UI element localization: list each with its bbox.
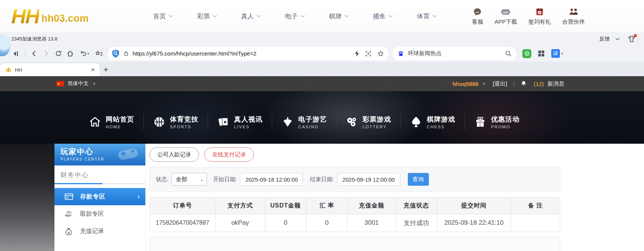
caret-down-icon: ▼ [92, 82, 96, 86]
cell-pay-method: okPay [216, 214, 265, 231]
screenshot-icon[interactable] [365, 50, 372, 57]
caret-down-icon[interactable]: ▼ [482, 82, 486, 86]
main-site-nav: 网站首页HOME 体育竞技SPORTS ♠ 真人视讯LIVES [0, 91, 644, 144]
message-count[interactable]: (12) [534, 81, 544, 87]
sidebar-item-withdraw[interactable]: 取款专区 [54, 205, 145, 222]
logout-link[interactable]: [退出] [493, 80, 507, 87]
tab-label: 在线支付记录 [212, 151, 246, 158]
username-link[interactable]: hhsq5888 [452, 81, 478, 87]
adblock-extension-icon[interactable] [522, 49, 531, 58]
chevron-down-icon [388, 15, 393, 18]
extension-area: 译 ▾ [522, 49, 563, 58]
top-nav-label: 捕鱼 [373, 12, 386, 21]
sports-ball-icon [153, 116, 166, 128]
start-date-label: 开始日期: [213, 176, 237, 183]
main-nav-home[interactable]: 网站首页HOME [80, 115, 143, 129]
section-underline [54, 183, 145, 184]
top-nav-lottery[interactable]: 彩票 [197, 12, 217, 21]
end-date-input[interactable]: 2025-09-19 12:00:00 [337, 173, 400, 186]
new-tab-button[interactable]: + [100, 63, 112, 76]
forward-button[interactable] [40, 48, 52, 60]
user-bar-right: hhsq5888 ▼ [退出] | (12) 新消息 [452, 80, 564, 87]
chevron-down-icon[interactable]: ▾ [561, 52, 563, 56]
col-submit-time: 提交时间 [437, 197, 511, 214]
top-nav-home[interactable]: 首页 [153, 12, 173, 21]
browser-tab-hh[interactable]: HH ✕ [0, 63, 100, 76]
quick-link-checkin[interactable]: 签到有礼 [528, 7, 551, 26]
logo-hh-text: HH [11, 7, 39, 26]
chevron-down-icon [213, 15, 217, 18]
top-nav-fishing[interactable]: 捕鱼 [373, 12, 393, 21]
finance-center-title: 财务中心 [60, 171, 145, 183]
main-nav-chess[interactable]: 棋牌游戏CHESS [401, 115, 465, 129]
browser-chrome: 2345加速浏览器 13.8 反馈 [0, 33, 644, 62]
sidebar-item-label: 充值记录 [80, 227, 104, 235]
baidu-paw-icon [397, 50, 405, 57]
status-select[interactable]: 全部 ⌄ [172, 173, 207, 186]
nav-en: LOTTERY [363, 125, 391, 129]
cell-submit-time: 2025-09-18 22:41:10 [437, 214, 511, 231]
sidebar-item-deposit[interactable]: 存款专区 › [54, 188, 145, 205]
back-button[interactable] [28, 48, 40, 60]
translate-button[interactable]: 译 [551, 49, 560, 58]
collapse-sidebar-button[interactable] [10, 48, 22, 60]
china-flag-icon: ★ [56, 81, 64, 86]
skin-theme-button[interactable] [627, 35, 636, 43]
main-nav-live[interactable]: ♠ 真人视讯LIVES [208, 115, 272, 129]
nav-zh: 彩票游戏 [363, 115, 391, 124]
search-icon[interactable] [505, 50, 512, 57]
bell-icon[interactable] [520, 80, 527, 87]
quick-links: 客服 APP APP下载 签到有礼 合营伙伴 [472, 7, 644, 26]
top-nav-sports[interactable]: 体育 [417, 12, 437, 21]
feedback-button[interactable]: 反馈 [599, 36, 620, 42]
divider: | [513, 81, 514, 87]
tab-close-icon[interactable]: ✕ [90, 67, 95, 73]
quick-link-label: 合营伙伴 [562, 18, 585, 26]
partners-icon [569, 7, 579, 17]
quick-link-partners[interactable]: 合营伙伴 [562, 7, 585, 26]
speed-mode-icon[interactable] [354, 50, 360, 57]
table-header-row: 订单号 支付方式 USDT金额 汇 率 充值金额 充值状态 提交时间 备 注 [150, 197, 560, 214]
main-nav-casino[interactable]: 电子游艺CASINO [272, 115, 336, 129]
end-date-value: 2025-09-19 12:00:00 [342, 176, 395, 183]
top-nav: 首页 彩票 真人 电子 棋牌 捕鱼 [153, 12, 437, 21]
message-label[interactable]: 新消息 [547, 80, 564, 87]
language-selector[interactable]: ★ 简体中文 ▼ [56, 80, 96, 87]
main-nav-sports[interactable]: 体育竞技SPORTS [144, 115, 208, 129]
lock-icon [123, 50, 130, 57]
cell-usdt-amount: 0 [265, 214, 306, 231]
browser-title: 2345加速浏览器 13.8 [11, 36, 57, 42]
sidebar-item-label: 存款专区 [80, 193, 106, 201]
col-pay-method: 支付方式 [216, 197, 265, 214]
apps-grid-icon[interactable] [537, 50, 545, 57]
favorites-button[interactable] [93, 48, 105, 60]
sidebar-item-recharge-record[interactable]: 充值记录 [54, 222, 145, 240]
bookmark-star-icon[interactable] [377, 50, 384, 57]
withdraw-hand-icon [64, 209, 73, 218]
tab-company-deposit-records[interactable]: 公司入款记录 [149, 147, 199, 162]
top-nav-chess[interactable]: 棋牌 [329, 12, 349, 21]
browser-search-box[interactable]: 环球新闻热点 [392, 47, 516, 60]
site-logo[interactable]: HH hh03.com [0, 7, 135, 26]
address-bar[interactable]: https://yl675.com/hhcp/usercenter.html?i… [108, 47, 389, 60]
home-button[interactable] [64, 48, 76, 60]
top-nav-live[interactable]: 真人 [241, 12, 261, 21]
quick-link-app-download[interactable]: APP APP下载 [495, 7, 517, 26]
top-nav-label: 彩票 [197, 12, 210, 21]
cell-remark [511, 214, 560, 231]
main-nav-promo[interactable]: 优惠活动PROMO [465, 115, 529, 129]
sidebar-item-label: 取款专区 [80, 210, 104, 218]
chevron-down-icon [432, 15, 437, 18]
top-nav-slots[interactable]: 电子 [285, 12, 305, 21]
query-button[interactable]: 查询 [408, 173, 429, 186]
undo-closed-tab-button[interactable]: ▾ [76, 48, 93, 60]
main-nav-lottery[interactable]: 彩票游戏LOTTERY [336, 115, 400, 129]
refresh-button[interactable] [52, 48, 64, 60]
quick-link-customer-service[interactable]: 客服 [472, 7, 483, 26]
nav-zh: 棋牌游戏 [427, 115, 455, 124]
start-date-input[interactable]: 2025-09-18 12:00:00 [240, 173, 303, 186]
tab-online-payment-records[interactable]: 在线支付记录 [204, 147, 254, 162]
cell-order-no: 1758206470047887 [150, 214, 216, 231]
chevron-down-icon: ⌄ [200, 177, 204, 182]
gamepad-icon [117, 147, 141, 162]
